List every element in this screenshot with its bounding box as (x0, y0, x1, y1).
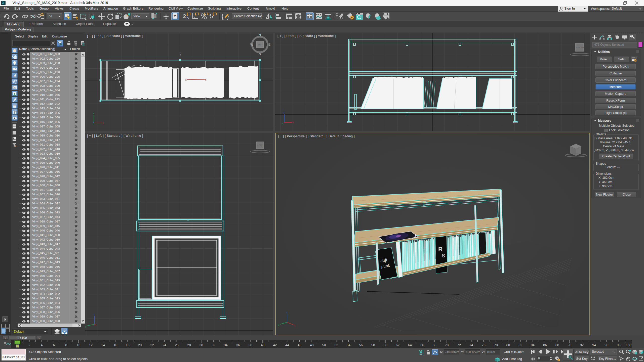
svg-text:}: } (227, 13, 229, 20)
svg-text:26: 26 (175, 343, 178, 347)
svg-text:82: 82 (519, 343, 522, 347)
svg-text:y: y (180, 53, 181, 56)
svg-text:y: y (85, 325, 87, 328)
svg-text:60: 60 (384, 343, 387, 347)
svg-text:74: 74 (469, 343, 473, 347)
svg-text:y: y (93, 112, 94, 114)
svg-text:2: 2 (28, 343, 30, 347)
svg-text:S: S (259, 53, 261, 56)
svg-text:100: 100 (626, 343, 631, 347)
svg-text:44: 44 (285, 343, 289, 347)
svg-text:8: 8 (65, 343, 67, 347)
svg-text:x: x (185, 79, 187, 81)
svg-text:42: 42 (273, 343, 277, 347)
svg-text:56: 56 (359, 343, 363, 347)
svg-text:76: 76 (482, 343, 485, 347)
svg-text:72: 72 (457, 343, 461, 347)
svg-text:96: 96 (605, 343, 608, 347)
svg-text:x: x (293, 121, 294, 124)
svg-text:86: 86 (543, 343, 547, 347)
svg-text:68: 68 (433, 343, 436, 347)
svg-text:24: 24 (163, 343, 166, 347)
svg-text:64: 64 (408, 343, 412, 347)
svg-text:52: 52 (335, 343, 338, 347)
svg-text:S: S (442, 253, 445, 258)
svg-text:.5: .5 (186, 16, 189, 20)
svg-text:92: 92 (580, 343, 584, 347)
svg-text:z: z (93, 313, 95, 316)
svg-text:y: y (278, 324, 279, 326)
svg-text:34: 34 (224, 343, 227, 347)
svg-text:80: 80 (506, 343, 510, 347)
svg-text:{: { (221, 13, 224, 20)
svg-text:58: 58 (371, 343, 375, 347)
svg-text:z: z (286, 311, 287, 314)
svg-text:18: 18 (126, 343, 129, 347)
svg-text:46: 46 (298, 343, 301, 347)
svg-text:38: 38 (249, 343, 252, 347)
svg-text:28: 28 (187, 343, 191, 347)
svg-text:16: 16 (113, 343, 117, 347)
svg-text:2: 2 (183, 13, 186, 19)
svg-text:x: x (102, 122, 104, 124)
svg-text:y: y (281, 122, 283, 125)
svg-text:W: W (250, 43, 253, 47)
svg-text:32: 32 (212, 343, 215, 347)
svg-text:36: 36 (236, 343, 240, 347)
svg-text:R: R (438, 246, 442, 253)
svg-text:30: 30 (199, 343, 203, 347)
svg-text:94: 94 (592, 343, 596, 347)
svg-text:4: 4 (41, 343, 43, 347)
svg-text:54: 54 (347, 343, 350, 347)
svg-text:78: 78 (494, 343, 498, 347)
svg-text:10: 10 (77, 343, 80, 347)
svg-text:z: z (283, 111, 285, 114)
svg-text:62: 62 (396, 343, 399, 347)
svg-text:70: 70 (445, 343, 449, 347)
svg-text:84: 84 (531, 343, 534, 347)
svg-text:48: 48 (310, 343, 313, 347)
svg-text:40: 40 (261, 343, 264, 347)
svg-text:66: 66 (420, 343, 424, 347)
svg-text:20: 20 (138, 343, 142, 347)
svg-text:12: 12 (89, 343, 93, 347)
svg-text:TOP: TOP (258, 43, 262, 46)
svg-text:90: 90 (568, 343, 571, 347)
svg-text:N: N (259, 33, 261, 37)
svg-text:14: 14 (101, 343, 105, 347)
svg-text:FRONT: FRONT (576, 46, 584, 49)
svg-text:x: x (205, 78, 207, 81)
svg-text:LEFT: LEFT (257, 144, 263, 147)
svg-text:22: 22 (150, 343, 154, 347)
svg-text:98: 98 (617, 343, 620, 347)
svg-text:50: 50 (322, 343, 326, 347)
svg-text:E: E (268, 43, 270, 47)
svg-text:6: 6 (53, 343, 55, 347)
svg-text:x: x (294, 324, 295, 327)
svg-text:88: 88 (555, 343, 559, 347)
